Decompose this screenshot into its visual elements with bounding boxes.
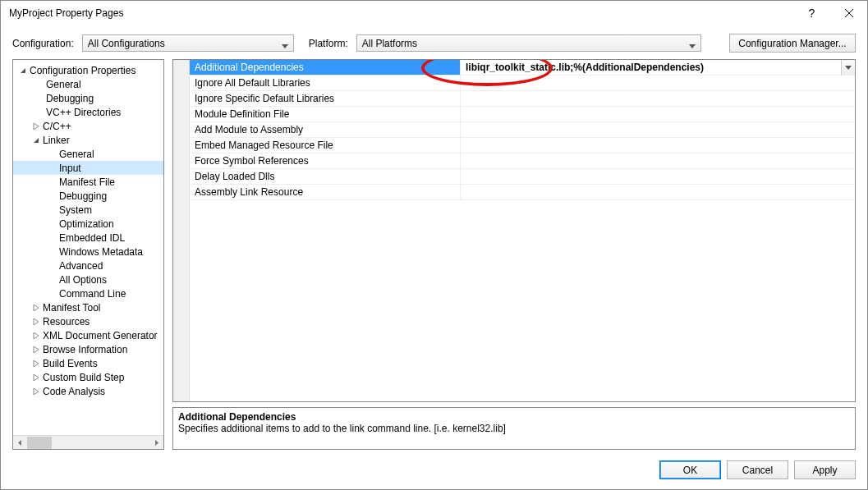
twisty-closed-icon xyxy=(31,388,41,395)
property-value[interactable] xyxy=(461,107,855,121)
property-row[interactable]: Ignore All Default Libraries xyxy=(190,76,855,91)
property-grid: Additional Dependencieslibiqr_toolkit_st… xyxy=(172,59,856,402)
property-value[interactable] xyxy=(461,153,855,168)
window-title: MyProject Property Pages xyxy=(9,7,793,19)
configuration-label: Configuration: xyxy=(12,38,74,49)
tree-item-linker-advanced[interactable]: Advanced xyxy=(13,259,163,272)
property-row[interactable]: Force Symbol References xyxy=(190,153,855,169)
scroll-thumb[interactable] xyxy=(27,437,52,449)
property-row[interactable]: Add Module to Assembly xyxy=(190,122,855,138)
property-label: Embed Managed Resource File xyxy=(190,138,461,153)
tree-item-linker-cmdline[interactable]: Command Line xyxy=(13,286,163,300)
scroll-left-icon[interactable] xyxy=(13,436,27,450)
platform-value: All Platforms xyxy=(362,38,417,49)
property-row[interactable]: Additional Dependencieslibiqr_toolkit_st… xyxy=(190,60,855,76)
tree-item-build-events[interactable]: Build Events xyxy=(13,356,163,370)
tree-item-linker-win-metadata[interactable]: Windows Metadata xyxy=(13,245,163,259)
cancel-button[interactable]: Cancel xyxy=(727,460,788,479)
property-label: Assembly Link Resource xyxy=(190,185,461,199)
configuration-dropdown[interactable]: All Configurations xyxy=(82,34,294,52)
ok-button[interactable]: OK xyxy=(659,460,721,479)
twisty-closed-icon xyxy=(31,123,41,130)
property-value[interactable] xyxy=(461,122,855,137)
apply-button[interactable]: Apply xyxy=(794,460,856,479)
property-row[interactable]: Embed Managed Resource File xyxy=(190,138,855,153)
close-button[interactable] xyxy=(830,1,867,25)
property-label: Ignore Specific Default Libraries xyxy=(190,91,461,106)
property-label: Add Module to Assembly xyxy=(190,122,461,137)
tree-item-linker-system[interactable]: System xyxy=(13,203,163,217)
property-row[interactable]: Module Definition File xyxy=(190,107,855,122)
tree-item-vcxx[interactable]: VC++ Directories xyxy=(13,105,163,119)
property-value[interactable] xyxy=(461,76,855,90)
property-label: Force Symbol References xyxy=(190,153,461,168)
tree-item-linker-embedded-idl[interactable]: Embedded IDL xyxy=(13,231,163,245)
tree-item-linker-debugging[interactable]: Debugging xyxy=(13,189,163,203)
configuration-value: All Configurations xyxy=(88,38,165,49)
platform-dropdown[interactable]: All Platforms xyxy=(356,34,701,52)
tree-item-xmlgen[interactable]: XML Document Generator xyxy=(13,328,163,342)
tree-item-ccpp[interactable]: C/C++ xyxy=(13,119,163,133)
dropdown-arrow-icon[interactable] xyxy=(841,60,855,76)
tree-item-linker-general[interactable]: General xyxy=(13,147,163,161)
platform-label: Platform: xyxy=(309,38,348,49)
twisty-closed-icon xyxy=(31,318,41,325)
property-label: Module Definition File xyxy=(190,107,461,121)
tree-item-linker[interactable]: Linker xyxy=(13,133,163,147)
twisty-closed-icon xyxy=(31,360,41,367)
twisty-open-icon xyxy=(31,137,41,144)
tree-root[interactable]: Configuration Properties xyxy=(13,63,163,77)
property-label: Ignore All Default Libraries xyxy=(190,76,461,90)
scroll-right-icon[interactable] xyxy=(149,436,163,450)
property-value[interactable] xyxy=(461,91,855,106)
chevron-down-icon xyxy=(282,40,288,52)
tree-item-debugging[interactable]: Debugging xyxy=(13,91,163,105)
chevron-down-icon xyxy=(689,40,696,52)
tree-item-linker-optimization[interactable]: Optimization xyxy=(13,217,163,231)
tree-item-browse[interactable]: Browse Information xyxy=(13,342,163,356)
description-panel: Additional Dependencies Specifies additi… xyxy=(172,407,856,450)
property-value[interactable] xyxy=(461,185,855,199)
description-body: Specifies additional items to add to the… xyxy=(178,423,850,434)
property-row[interactable]: Ignore Specific Default Libraries xyxy=(190,91,855,107)
help-button[interactable]: ? xyxy=(793,1,830,25)
configuration-manager-button[interactable]: Configuration Manager... xyxy=(729,34,856,53)
property-row[interactable]: Assembly Link Resource xyxy=(190,185,855,200)
twisty-closed-icon xyxy=(31,374,41,381)
twisty-closed-icon xyxy=(31,346,41,353)
tree-item-general[interactable]: General xyxy=(13,77,163,91)
twisty-closed-icon xyxy=(31,332,41,339)
twisty-closed-icon xyxy=(31,305,41,311)
tree-item-resources[interactable]: Resources xyxy=(13,314,163,328)
property-label: Additional Dependencies xyxy=(190,60,461,75)
property-label: Delay Loaded Dlls xyxy=(190,169,461,184)
description-title: Additional Dependencies xyxy=(178,411,850,423)
property-value[interactable] xyxy=(461,169,855,184)
tree-item-code-analysis[interactable]: Code Analysis xyxy=(13,384,163,398)
tree-item-linker-manifest[interactable]: Manifest File xyxy=(13,175,163,189)
property-value[interactable] xyxy=(461,138,855,153)
tree-item-custom-build[interactable]: Custom Build Step xyxy=(13,370,163,384)
tree-item-linker-input[interactable]: Input xyxy=(13,161,163,175)
property-row[interactable]: Delay Loaded Dlls xyxy=(190,169,855,185)
horizontal-scrollbar[interactable] xyxy=(13,435,163,449)
twisty-open-icon xyxy=(18,67,28,74)
property-value[interactable]: libiqr_toolkit_static.lib;%(AdditionalDe… xyxy=(461,60,855,75)
tree-item-linker-all-options[interactable]: All Options xyxy=(13,272,163,286)
property-tree[interactable]: Configuration Properties General Debuggi… xyxy=(12,59,164,450)
tree-item-manifest-tool[interactable]: Manifest Tool xyxy=(13,300,163,314)
grid-gutter xyxy=(173,60,190,401)
